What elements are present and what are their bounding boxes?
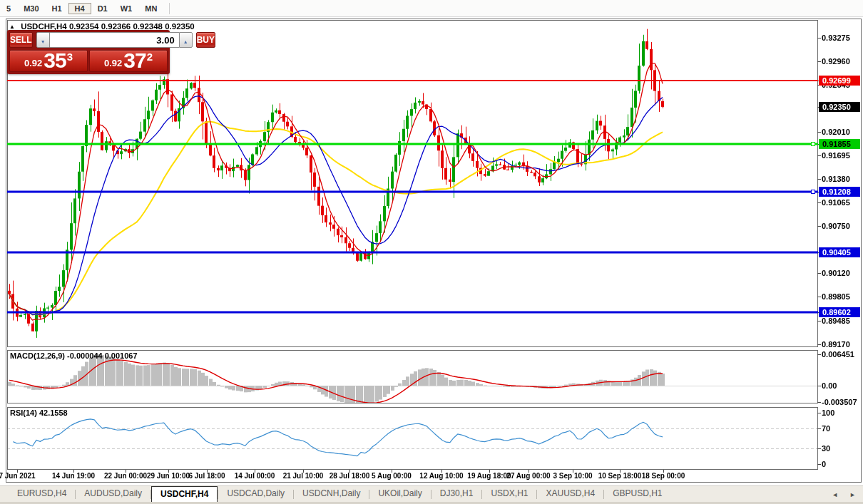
timeframe-5[interactable]: 5 xyxy=(0,3,17,14)
sell-price-display[interactable]: 0.92 35 3 xyxy=(9,50,88,72)
one-click-trading-panel: SELL ▼ ▲ BUY 0.92 35 3 0.92 37 2 xyxy=(7,30,170,74)
volume-stepper: ▼ ▲ xyxy=(36,32,193,48)
price-axis-label: 0.91695 xyxy=(822,151,850,160)
buy-price-display[interactable]: 0.92 37 2 xyxy=(89,50,168,72)
sell-price-prefix: 0.92 xyxy=(24,58,42,68)
price-axis-label: 0.93275 xyxy=(822,34,850,42)
scroll-tabs-right-icon[interactable]: ► xyxy=(849,491,856,498)
macd-indicator-label: MACD(12,26,9) -0.000044 0.001067 xyxy=(10,351,138,360)
price-axis-label: 0.91065 xyxy=(822,198,850,207)
price-axis-label: 0.89170 xyxy=(822,340,850,349)
timeframe-d1[interactable]: D1 xyxy=(91,3,114,14)
one-click-price-row: 0.92 35 3 0.92 37 2 xyxy=(9,50,168,72)
price-badge-090405: 0.90405 xyxy=(819,247,860,257)
price-badge-091855: 0.91855 xyxy=(819,139,860,149)
chart-tab-usdx-h1[interactable]: USDX,H1 xyxy=(482,486,536,502)
price-axis-label: 0.92960 xyxy=(822,57,850,66)
triangle-up-icon: ▲ xyxy=(183,39,188,44)
volume-increase-button[interactable]: ▲ xyxy=(179,32,193,48)
chart-tab-ukoil-daily[interactable]: UKOil,Daily xyxy=(369,486,430,502)
price-axis-label: 0.89485 xyxy=(822,317,850,325)
timeframe-toolbar: 5M30H1H4D1W1MN xyxy=(0,0,863,17)
chart-tab-usdchf-h4[interactable]: USDCHF,H4 xyxy=(151,486,218,502)
scroll-tabs-left-icon[interactable]: ◄ xyxy=(832,491,838,498)
volume-decrease-button[interactable]: ▼ xyxy=(36,32,50,48)
timeframe-m30[interactable]: M30 xyxy=(17,3,45,14)
chart-tab-dj30-h1[interactable]: DJ30,H1 xyxy=(432,486,482,502)
rsi-axis-label: 30 xyxy=(822,444,830,453)
price-badge-091208: 0.91208 xyxy=(819,187,860,197)
sell-price-big: 35 xyxy=(44,52,66,70)
buy-price-big: 37 xyxy=(123,52,145,70)
price-badge-092699: 0.92699 xyxy=(819,76,860,86)
chart-canvas[interactable] xyxy=(0,0,863,504)
buy-button[interactable]: BUY xyxy=(196,32,215,48)
timeframe-h1[interactable]: H1 xyxy=(46,3,68,14)
timeframe-w1[interactable]: W1 xyxy=(114,3,139,14)
date-label: 18 Sep 00:00 xyxy=(630,472,696,480)
price-axis-label: 0.91380 xyxy=(822,175,850,183)
tab-scroll-controls: ◄ ► xyxy=(832,491,856,498)
chart-tab-xauusd-h4[interactable]: XAUUSD,H4 xyxy=(537,486,603,502)
triangle-down-icon: ▼ xyxy=(41,39,46,44)
one-click-top-row: SELL ▼ ▲ BUY xyxy=(9,32,168,48)
sell-button[interactable]: SELL xyxy=(9,32,33,48)
buy-price-prefix: 0.92 xyxy=(104,58,122,68)
rsi-axis-label: 0 xyxy=(822,460,826,468)
price-axis-label: 0.92010 xyxy=(822,128,850,136)
sell-price-sup: 3 xyxy=(67,51,73,62)
price-badge-092350: 0.92350 xyxy=(819,102,860,112)
chart-tab-audusd-daily[interactable]: AUDUSD,Daily xyxy=(76,486,150,502)
timeframe-mn[interactable]: MN xyxy=(138,3,163,14)
macd-axis-label: -0.003507 xyxy=(822,398,857,406)
collapse-panel-icon[interactable]: ▲ xyxy=(9,24,15,30)
price-axis-label: 0.89805 xyxy=(822,292,850,301)
chart-tab-gbpusd-h1[interactable]: GBPUSD,H1 xyxy=(604,486,670,502)
rsi-axis-label: 70 xyxy=(822,424,830,433)
buy-price-sup: 2 xyxy=(147,51,153,62)
price-axis-label: 0.90750 xyxy=(822,222,850,230)
chart-tab-bar: EURUSD,H4AUDUSD,DailyUSDCHF,H4USDCAD,Dai… xyxy=(0,485,863,502)
macd-axis-label: 0.00 xyxy=(822,381,837,390)
timeframe-h4[interactable]: H4 xyxy=(68,3,91,14)
rsi-indicator-label: RSI(14) 42.1558 xyxy=(10,408,68,417)
chart-tab-usdcad-daily[interactable]: USDCAD,Daily xyxy=(218,486,293,502)
macd-axis-label: 0.006451 xyxy=(822,350,854,359)
toolbar-separator xyxy=(169,3,170,14)
volume-input[interactable] xyxy=(50,32,179,48)
price-axis-label: 0.90120 xyxy=(822,269,850,277)
chart-tab-eurusd-h4[interactable]: EURUSD,H4 xyxy=(9,486,75,502)
rsi-axis-label: 100 xyxy=(822,408,834,417)
price-badge-089602: 0.89602 xyxy=(819,307,860,317)
chart-tab-usdcnh-daily[interactable]: USDCNH,Daily xyxy=(294,486,369,502)
